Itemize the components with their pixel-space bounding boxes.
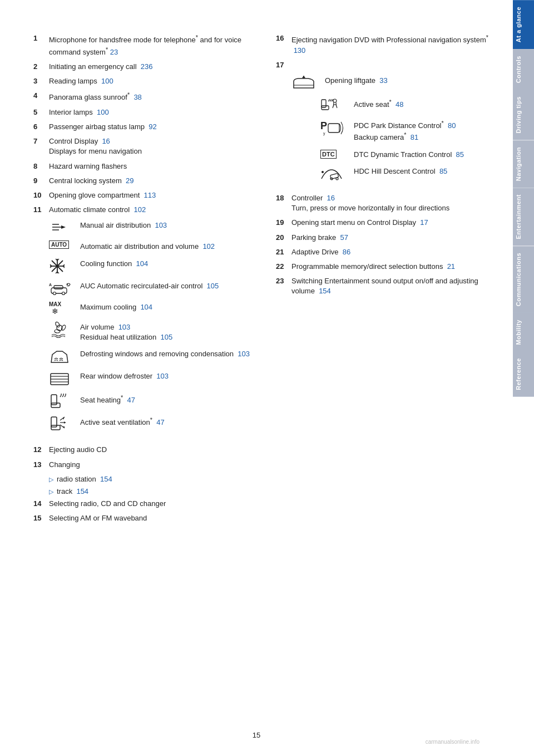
climate-icon-auto: AUTO: [49, 240, 75, 249]
dtc-icon: DTC: [320, 149, 349, 159]
item-text: Ejecting navigation DVD with Professiona…: [291, 33, 496, 56]
icon-label: Manual air distribution 103: [80, 219, 167, 230]
active-seat-icon: [320, 97, 349, 112]
page-link[interactable]: 154: [319, 287, 331, 295]
page-link[interactable]: 57: [340, 233, 348, 242]
page-link[interactable]: 154: [76, 487, 88, 495]
seat-vent-icon: [49, 415, 75, 431]
svg-marker-38: [64, 421, 66, 424]
page-link[interactable]: 105: [207, 282, 219, 290]
defrost-windshield-icon: [49, 348, 70, 365]
item-text: Central locking system 29: [49, 176, 254, 186]
icon-label: Seat heating* 47: [80, 392, 135, 406]
pdc-icon: P y: [320, 118, 349, 136]
page-link[interactable]: 81: [411, 134, 418, 142]
page-link[interactable]: 85: [456, 150, 464, 159]
page-link[interactable]: 38: [134, 94, 141, 102]
page-link[interactable]: 16: [327, 194, 335, 202]
icon-label: Active seat* 48: [354, 97, 404, 110]
page-link[interactable]: 47: [156, 419, 164, 427]
page-link[interactable]: 102: [134, 205, 146, 214]
sidebar-tab-reference[interactable]: Reference: [513, 351, 534, 397]
item-number: 21: [276, 247, 291, 257]
page-link[interactable]: 48: [395, 100, 403, 109]
page-link[interactable]: 102: [202, 242, 215, 251]
list-item: 5 Interior lamps 100: [33, 107, 254, 117]
icon-list-item: Defrosting windows and removing condensa…: [49, 348, 254, 365]
cooling-icon: [49, 258, 75, 274]
page-link[interactable]: 105: [161, 333, 173, 341]
svg-text:A: A: [49, 283, 52, 287]
sub-bullet-icon: ▷: [49, 475, 53, 484]
list-item: 15 Selecting AM or FM waveband: [33, 513, 254, 523]
page-link[interactable]: 104: [136, 259, 148, 268]
item-text: Hazard warning flashers: [49, 161, 254, 171]
icon-label: Cooling function 104: [80, 258, 148, 269]
page-link[interactable]: 23: [110, 48, 118, 56]
item-number: 9: [33, 176, 49, 186]
auc-recirculate-icon: A: [49, 280, 71, 296]
page-number: 15: [253, 731, 260, 739]
list-item: 23 Switching Entertainment sound output …: [276, 276, 496, 296]
page-link[interactable]: 103: [156, 372, 169, 380]
list-item: 20 Parking brake 57: [276, 233, 496, 243]
item-number: 17: [276, 60, 291, 70]
list-item: 1 Microphone for handsfree mode for tele…: [33, 33, 254, 57]
page-link[interactable]: 104: [140, 303, 152, 311]
item-text: Reading lamps 100: [49, 76, 254, 86]
manual-air-icon: [49, 219, 69, 235]
item-text: Switching Entertainment sound output on/…: [291, 276, 496, 296]
list-item: 11 Automatic climate control 102: [33, 205, 254, 215]
page-link[interactable]: 21: [447, 262, 455, 271]
item-text: Microphone for handsfree mode for teleph…: [49, 33, 254, 57]
page-link[interactable]: 16: [102, 137, 110, 145]
item-number: 6: [33, 122, 49, 132]
page-link[interactable]: 103: [155, 221, 167, 229]
page-link[interactable]: 154: [100, 475, 112, 483]
page-link[interactable]: 33: [379, 76, 387, 85]
page-link[interactable]: 29: [126, 176, 134, 185]
icon-label: Opening liftgate 33: [325, 75, 388, 86]
page-link[interactable]: 103: [238, 350, 250, 358]
page-link[interactable]: 236: [141, 62, 153, 71]
max-cooling-icon: MAX ❄: [49, 301, 75, 316]
page-link[interactable]: 80: [448, 121, 456, 130]
sidebar-tab-navigation[interactable]: Navigation: [513, 140, 534, 188]
defrost-front-icon: [49, 348, 75, 365]
list-item: 22 Programmable memory/direct selection …: [276, 262, 496, 272]
svg-rect-19: [54, 286, 63, 289]
page-link[interactable]: 100: [97, 108, 109, 116]
sub-item-text: radio station 154: [57, 474, 112, 484]
list-item: 7 Control Display 16 Displays for menu n…: [33, 136, 254, 156]
item-text: Parking brake 57: [291, 233, 496, 243]
page-link[interactable]: 86: [343, 248, 350, 256]
page-link[interactable]: 100: [101, 77, 113, 85]
page-link[interactable]: 92: [149, 122, 156, 131]
icon-list-item: Air volume 103 Residual heat utilization…: [49, 321, 254, 342]
sub-bullet-icon: ▷: [49, 488, 53, 497]
page-link[interactable]: 47: [127, 396, 135, 405]
sidebar-tab-communications[interactable]: Communications: [513, 246, 534, 313]
sidebar-tab-label: Driving tips: [515, 96, 522, 134]
sidebar-tab-at-a-glance[interactable]: At a glance: [513, 0, 534, 49]
list-item: 10 Opening glove compartment 113: [33, 190, 254, 200]
svg-rect-51: [330, 173, 338, 179]
sidebar-tab-mobility[interactable]: Mobility: [513, 313, 534, 352]
sidebar-tab-entertainment[interactable]: Entertainment: [513, 188, 534, 246]
page-link[interactable]: 17: [420, 218, 428, 227]
list-item: 12 Ejecting audio CD: [33, 445, 254, 455]
page-link[interactable]: 113: [144, 191, 156, 199]
icon-list-item: Opening liftgate 33: [291, 75, 496, 91]
icon-list-item: DTC DTC Dynamic Traction Control 85: [320, 149, 496, 160]
page-link[interactable]: 103: [118, 323, 131, 331]
page-link[interactable]: 85: [439, 167, 447, 175]
page-link[interactable]: 130: [294, 46, 306, 55]
sidebar-tab-controls[interactable]: Controls: [513, 49, 534, 90]
item-text: Automatic climate control 102: [49, 205, 254, 215]
svg-text:P: P: [320, 120, 327, 131]
sidebar-tab-label: At a glance: [515, 7, 522, 42]
sub-list-item: ▷ track 154: [49, 487, 254, 497]
item-text: Control Display 16 Displays for menu nav…: [49, 136, 254, 156]
sidebar-tab-driving-tips[interactable]: Driving tips: [513, 90, 534, 140]
air-heat-icon: [49, 321, 70, 339]
